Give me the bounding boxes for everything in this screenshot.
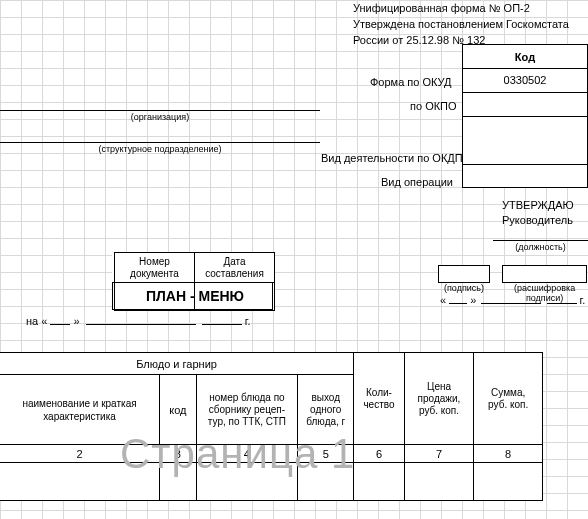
approve-qr: » xyxy=(470,294,476,306)
approve-day-field[interactable] xyxy=(449,293,467,304)
approve-post-line xyxy=(493,240,588,241)
approve-year-field[interactable] xyxy=(547,293,577,304)
col5-header: выхододногоблюда, г xyxy=(298,375,354,445)
org-label: (организация) xyxy=(0,112,320,122)
approve-line1: УТВЕРЖДАЮ xyxy=(502,198,574,213)
dateline-ql: « xyxy=(41,315,47,327)
okpo-label: по ОКПО xyxy=(410,100,457,112)
col4-header: номер блюда посборнику рецеп-тур, по ТТК… xyxy=(196,375,298,445)
org-underline xyxy=(0,110,320,111)
dept-underline xyxy=(0,142,320,143)
doc-title-box xyxy=(112,282,273,310)
colnum-2: 2 xyxy=(0,445,160,463)
table-data-row[interactable] xyxy=(0,463,543,501)
approve-post-label: (должность) xyxy=(493,242,588,252)
dateline-year-field[interactable] xyxy=(202,314,242,325)
col2-header: наименование и краткая характеристика xyxy=(0,375,160,445)
dateline-qr: » xyxy=(74,315,80,327)
docdate-header: Дата составления xyxy=(195,253,275,283)
dept-label: (структурное подразделение) xyxy=(0,144,320,154)
code-header: Код xyxy=(462,44,588,68)
approve-month-field[interactable] xyxy=(481,293,541,304)
colnum-3: 3 xyxy=(160,445,197,463)
approve-year-suffix: г. xyxy=(580,294,586,306)
decode-box[interactable] xyxy=(502,265,587,283)
approve-date: « » г. xyxy=(440,293,585,306)
col7-header: Ценапродажи,руб. коп. xyxy=(404,353,474,445)
colnum-4: 4 xyxy=(196,445,298,463)
approve-ql: « xyxy=(440,294,446,306)
approved-line: Утверждена постановлением Госкомстата xyxy=(353,18,569,30)
dateline: на « » г. xyxy=(26,314,251,327)
colnum-8: 8 xyxy=(474,445,543,463)
code-box: Код 0330502 xyxy=(462,44,588,188)
table-number-row: 1 2 3 4 5 6 7 8 xyxy=(0,445,543,463)
main-table: Но-мерпо по-ряд-ку Блюдо и гарнир Коли-ч… xyxy=(0,352,543,501)
code-cell-okdp[interactable] xyxy=(462,116,588,164)
sign-label: (подпись) xyxy=(438,283,490,293)
col3-header: код xyxy=(160,375,197,445)
sign-box[interactable] xyxy=(438,265,490,283)
col8-header: Сумма,руб. коп. xyxy=(474,353,543,445)
dateline-prefix: на xyxy=(26,315,38,327)
colnum-7: 7 xyxy=(404,445,474,463)
dish-group-header: Блюдо и гарнир xyxy=(0,353,354,375)
code-cell-oper[interactable] xyxy=(462,164,588,188)
docnum-header: Номер документа xyxy=(115,253,195,283)
approve-block: УТВЕРЖДАЮ Руководитель xyxy=(502,198,574,228)
oper-label: Вид операции xyxy=(381,176,453,188)
colnum-6: 6 xyxy=(354,445,404,463)
approve-line2: Руководитель xyxy=(502,213,574,228)
okud-label: Форма по ОКУД xyxy=(370,76,452,88)
dateline-day-field[interactable] xyxy=(50,314,70,325)
form-line: Унифицированная форма № ОП-2 xyxy=(353,2,530,14)
col6-header: Коли-чество xyxy=(354,353,404,445)
okdp-label: Вид деятельности по ОКДП xyxy=(321,152,463,164)
code-cell-okud[interactable]: 0330502 xyxy=(462,68,588,92)
colnum-5: 5 xyxy=(298,445,354,463)
dateline-month-field[interactable] xyxy=(86,314,196,325)
dateline-year-suffix: г. xyxy=(245,315,251,327)
code-cell-okpo[interactable] xyxy=(462,92,588,116)
